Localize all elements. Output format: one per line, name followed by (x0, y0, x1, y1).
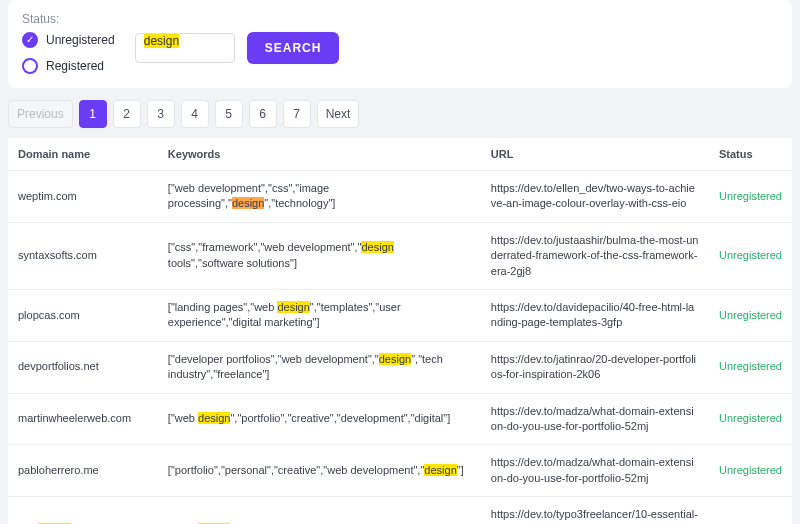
cell-url: https://dev.to/madza/what-domain-extensi… (481, 393, 709, 445)
cell-keywords: ["developer portfolios","web development… (158, 341, 481, 393)
cell-url: https://dev.to/madza/what-domain-extensi… (481, 445, 709, 497)
col-domain: Domain name (8, 138, 158, 171)
cell-domain: plopcas.com (8, 289, 158, 341)
table-row: devportfolios.net["developer portfolios"… (8, 341, 792, 393)
col-status: Status (709, 138, 792, 171)
cell-domain: pabloherrero.me (8, 445, 158, 497)
search-input[interactable]: design (135, 33, 235, 63)
page-prev: Previous (8, 100, 73, 128)
cell-status: Unregistered (709, 222, 792, 289)
cell-keywords: ["portfolio","personal","creative","web … (158, 445, 481, 497)
cell-keywords: ["web design","freelancing","tips","deve… (158, 497, 481, 524)
table-row: martinwheelerweb.com["web design","portf… (8, 393, 792, 445)
page-6[interactable]: 6 (249, 100, 277, 128)
page-next[interactable]: Next (317, 100, 360, 128)
table-row: plopcas.com["landing pages","web design"… (8, 289, 792, 341)
page-1[interactable]: 1 (79, 100, 107, 128)
cell-status: Unregistered (709, 341, 792, 393)
table-row: pabloherrero.me["portfolio","personal","… (8, 445, 792, 497)
status-option-label: Registered (46, 59, 104, 73)
checkbox-checked-icon (22, 32, 38, 48)
checkbox-empty-icon (22, 58, 38, 74)
cell-domain: syntaxsofts.com (8, 222, 158, 289)
cell-url: https://dev.to/davidepacilio/40-free-htm… (481, 289, 709, 341)
cell-url: https://dev.to/ellen_dev/two-ways-to-ach… (481, 171, 709, 223)
col-url: URL (481, 138, 709, 171)
page-4[interactable]: 4 (181, 100, 209, 128)
status-option-label: Unregistered (46, 33, 115, 47)
cell-domain: martinwheelerweb.com (8, 393, 158, 445)
table-row: webdesign-tricks.com["web design","freel… (8, 497, 792, 524)
cell-domain: devportfolios.net (8, 341, 158, 393)
search-button[interactable]: SEARCH (247, 32, 340, 64)
cell-url: https://dev.to/justaashir/bulma-the-most… (481, 222, 709, 289)
results-table: Domain name Keywords URL Status weptim.c… (8, 138, 792, 524)
cell-status: Unregistered (709, 497, 792, 524)
page-3[interactable]: 3 (147, 100, 175, 128)
status-option-registered[interactable]: Registered (22, 58, 115, 74)
cell-url: https://dev.to/typo3freelancer/10-essent… (481, 497, 709, 524)
pagination: Previous1234567Next (8, 100, 792, 128)
col-keywords: Keywords (158, 138, 481, 171)
page-5[interactable]: 5 (215, 100, 243, 128)
table-row: weptim.com["web development","css","imag… (8, 171, 792, 223)
page-7[interactable]: 7 (283, 100, 311, 128)
status-label: Status: (22, 12, 778, 26)
status-option-unregistered[interactable]: Unregistered (22, 32, 115, 48)
results-body: weptim.com["web development","css","imag… (8, 171, 792, 525)
cell-keywords: ["css","framework","web development","de… (158, 222, 481, 289)
cell-keywords: ["web development","css","image processi… (158, 171, 481, 223)
cell-domain: webdesign-tricks.com (8, 497, 158, 524)
cell-status: Unregistered (709, 393, 792, 445)
filter-panel: Status: UnregisteredRegistered design SE… (8, 0, 792, 88)
status-options: UnregisteredRegistered (22, 32, 115, 74)
cell-status: Unregistered (709, 289, 792, 341)
cell-domain: weptim.com (8, 171, 158, 223)
cell-status: Unregistered (709, 171, 792, 223)
table-row: syntaxsofts.com["css","framework","web d… (8, 222, 792, 289)
page-2[interactable]: 2 (113, 100, 141, 128)
cell-keywords: ["web design","portfolio","creative","de… (158, 393, 481, 445)
cell-status: Unregistered (709, 445, 792, 497)
cell-keywords: ["landing pages","web design","templates… (158, 289, 481, 341)
cell-url: https://dev.to/jatinrao/20-developer-por… (481, 341, 709, 393)
